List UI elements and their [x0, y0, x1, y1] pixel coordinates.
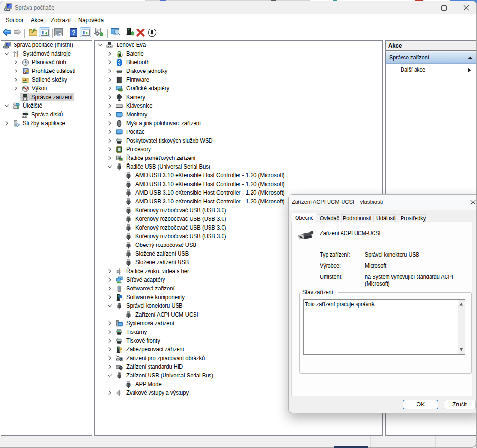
svg-text:?: ?	[72, 29, 75, 36]
